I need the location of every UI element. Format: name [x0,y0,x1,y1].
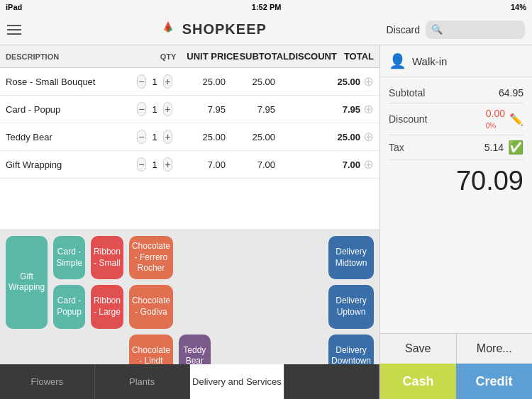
logo: SHOPKEEP [158,20,267,40]
row-qty: − 1 + [137,102,172,116]
customer-name: Walk-in [412,55,447,67]
col-sub-header: SUBTOTAL [239,51,289,62]
row-total: 7.95 [321,104,360,115]
row-add-icon[interactable]: ⊕ [363,157,374,172]
status-time: 1:52 PM [252,3,282,11]
row-sub: 7.00 [226,159,275,170]
status-bar: iPad 1:52 PM 14% [0,0,532,14]
menu-button[interactable] [7,25,38,35]
payment-row: Cash Credit [380,364,532,399]
product-grid: Gift Wrapping Card - Simple Ribbon - Sma… [0,229,379,378]
order-rows: Rose - Small Bouquet − 1 + 25.00 25.00 2… [0,68,379,229]
more-button[interactable]: More... [457,334,533,364]
row-unit: 7.00 [172,159,226,170]
logo-icon [158,20,178,40]
col-unit-header: UNIT PRICE [186,51,239,62]
discount-row: Discount 0.00 0% ✏️ [389,103,523,135]
qty-value: 1 [149,77,160,87]
customer-icon: 👤 [389,52,406,69]
qty-value: 1 [149,104,160,115]
qty-decrease[interactable]: − [137,102,146,116]
tab-flowers[interactable]: Flowers [0,364,95,399]
col-total-header: TOTAL [335,51,374,62]
qty-increase[interactable]: + [163,102,172,116]
qty-decrease[interactable]: − [137,74,146,89]
row-qty: − 1 + [137,130,172,144]
product-card-popup[interactable]: Card - Popup [53,285,85,328]
row-add-icon[interactable]: ⊕ [363,101,374,117]
tab-delivery-services[interactable]: Delivery and Services [190,364,285,399]
product-card-simple[interactable]: Card - Simple [53,236,85,279]
subtotal-row: Subtotal 64.95 [389,83,523,103]
customer-row: 👤 Walk-in [380,45,532,77]
tab-empty[interactable] [284,364,379,399]
product-choc-godiva[interactable]: Chocolate - Godiva [129,285,173,328]
product-delivery-uptown[interactable]: Delivery Uptown [328,285,374,328]
save-button[interactable]: Save [380,334,457,364]
row-desc: Teddy Bear [6,132,137,142]
col-qty-header: QTY [150,52,186,61]
right-panel: 👤 Walk-in Subtotal 64.95 Discount 0.00 0… [379,45,532,399]
product-area: Gift Wrapping Card - Simple Ribbon - Sma… [0,229,379,399]
tax-label: Tax [389,142,404,153]
subtotal-label: Subtotal [389,87,425,99]
qty-value: 1 [149,132,160,142]
discount-edit-icon[interactable]: ✏️ [509,113,523,126]
product-gift-wrapping[interactable]: Gift Wrapping [6,236,48,329]
col-disc-header: DISCOUNT [289,51,335,62]
row-qty: − 1 + [137,74,172,89]
tax-value: 5.14 [484,142,504,153]
main-layout: DESCRIPTION QTY UNIT PRICE SUBTOTAL DISC… [0,45,532,399]
status-left: iPad [6,3,22,11]
discount-value: 0.00 0% [486,108,505,130]
grand-total: 70.09 [389,160,523,202]
row-total: 7.00 [321,159,360,170]
qty-decrease[interactable]: − [137,157,146,172]
row-total: 25.00 [321,77,360,87]
tax-row: Tax 5.14 ✅ [389,135,523,160]
totals-section: Subtotal 64.95 Discount 0.00 0% ✏️ Tax 5… [380,77,532,333]
product-choc-ferrero[interactable]: Chocolate - Ferrero Rocher [129,236,173,279]
tab-bar: Flowers Plants Delivery and Services [0,364,379,399]
search-icon: 🔍 [431,24,443,35]
table-row: Card - Popup − 1 + 7.95 7.95 7.95 ⊕ [0,96,379,123]
table-row: Rose - Small Bouquet − 1 + 25.00 25.00 2… [0,68,379,96]
table-row: Teddy Bear − 1 + 25.00 25.00 25.00 ⊕ [0,123,379,151]
row-qty: − 1 + [137,157,172,172]
product-ribbon-large[interactable]: Ribbon - Large [91,285,123,328]
product-delivery-midtown[interactable]: Delivery Midtown [328,236,374,279]
product-ribbon-small[interactable]: Ribbon - Small [91,236,123,279]
discount-label: Discount [389,113,427,125]
qty-increase[interactable]: + [163,130,172,144]
subtotal-value: 64.95 [499,87,523,99]
order-panel: DESCRIPTION QTY UNIT PRICE SUBTOTAL DISC… [0,45,379,399]
row-unit: 25.00 [172,77,226,87]
row-unit: 25.00 [172,132,226,142]
search-box[interactable]: 🔍 [426,21,525,39]
discard-button[interactable]: Discard [387,24,420,35]
status-right: 14% [511,3,526,11]
header: SHOPKEEP Discard 🔍 [0,14,532,45]
cash-button[interactable]: Cash [380,364,456,399]
row-total: 25.00 [321,132,360,142]
qty-increase[interactable]: + [163,157,172,172]
col-description-header: DESCRIPTION [6,52,150,61]
row-desc: Gift Wrapping [6,159,137,170]
row-sub: 7.95 [226,104,275,115]
row-desc: Rose - Small Bouquet [6,77,137,87]
table-header: DESCRIPTION QTY UNIT PRICE SUBTOTAL DISC… [0,45,379,68]
row-add-icon[interactable]: ⊕ [363,74,374,89]
credit-button[interactable]: Credit [456,364,532,399]
row-unit: 7.95 [172,104,226,115]
tax-check-icon: ✅ [508,140,523,155]
tab-plants[interactable]: Plants [95,364,190,399]
row-add-icon[interactable]: ⊕ [363,129,374,145]
qty-value: 1 [149,159,160,170]
table-row: Gift Wrapping − 1 + 7.00 7.00 7.00 ⊕ [0,151,379,179]
qty-decrease[interactable]: − [137,130,146,144]
search-input[interactable] [445,24,519,35]
logo-text: SHOPKEEP [182,21,267,38]
row-sub: 25.00 [226,132,275,142]
action-row: Save More... [380,333,532,364]
qty-increase[interactable]: + [163,74,172,89]
